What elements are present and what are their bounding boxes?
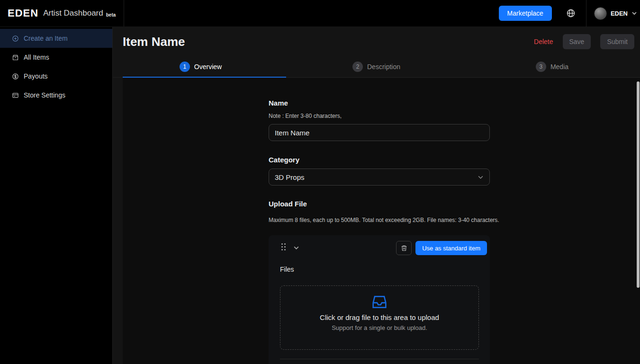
- upload-heading: Upload File: [269, 200, 307, 208]
- step-label: Media: [550, 63, 568, 71]
- beta-badge: beta: [106, 12, 116, 18]
- delete-button[interactable]: Delete: [534, 38, 553, 45]
- user-name: EDEN: [611, 10, 628, 17]
- category-selected-value: 3D Props: [275, 173, 305, 181]
- item-name-input[interactable]: [269, 124, 490, 141]
- logo-zone: EDEN Artist Dashboard beta: [0, 0, 124, 27]
- step-tabs: 1 Overview 2 Description 3 Media: [113, 56, 640, 78]
- upload-note: Maximum 8 files, each up to 500MB. Total…: [269, 217, 499, 223]
- inbox-icon: [370, 293, 389, 311]
- chevron-down-icon: [478, 174, 484, 180]
- dollar-circle-icon: [12, 73, 19, 80]
- step-number-badge: 1: [180, 62, 190, 72]
- section-divider: [280, 359, 479, 359]
- name-note: Note : Enter 3-80 characters,: [269, 113, 342, 119]
- dropzone-hint: Support for a single or bulk upload.: [280, 324, 478, 331]
- sidebar-item-label: All Items: [24, 53, 49, 61]
- drag-handle-icon[interactable]: [281, 243, 286, 250]
- chevron-down-icon: [631, 10, 637, 16]
- use-as-standard-item-button[interactable]: Use as standard item: [415, 241, 487, 255]
- globe-icon[interactable]: [566, 9, 576, 18]
- tab-description[interactable]: 2 Description: [288, 56, 464, 77]
- upload-card-actions: Use as standard item: [396, 241, 487, 255]
- step-number-badge: 3: [536, 62, 546, 72]
- save-button[interactable]: Save: [563, 34, 591, 49]
- tab-overview[interactable]: 1 Overview: [113, 56, 288, 77]
- page-title: Item Name: [123, 35, 185, 49]
- sidebar-item-label: Store Settings: [24, 91, 65, 99]
- file-dropzone[interactable]: Click or drag file to this area to uploa…: [280, 285, 479, 350]
- upload-card: Use as standard item Files Click or drag…: [269, 235, 490, 364]
- user-menu[interactable]: EDEN: [594, 7, 640, 20]
- trash-button[interactable]: [396, 241, 412, 255]
- sidebar: Create an Item All Items Payouts Store S…: [0, 27, 113, 364]
- brand-logo: EDEN: [8, 7, 38, 19]
- top-bar: EDEN Artist Dashboard beta Marketplace E…: [0, 0, 640, 27]
- dropzone-title: Click or drag file to this area to uploa…: [280, 313, 478, 321]
- name-heading: Name: [269, 99, 288, 107]
- page-header: Item Name Delete Save Submit: [113, 27, 640, 56]
- plus-circle-icon: [12, 35, 19, 42]
- category-heading: Category: [269, 156, 299, 164]
- app-title: Artist Dashboard: [43, 9, 103, 18]
- app-window: EDEN Artist Dashboard beta Marketplace E…: [0, 0, 640, 364]
- tab-media[interactable]: 3 Media: [464, 56, 640, 77]
- form-panel: Name Note : Enter 3-80 characters, Categ…: [123, 78, 640, 364]
- submit-button[interactable]: Submit: [600, 34, 634, 49]
- header-actions: Marketplace EDEN: [499, 0, 640, 27]
- category-select[interactable]: 3D Props: [269, 169, 490, 186]
- sidebar-item-payouts[interactable]: Payouts: [0, 67, 112, 86]
- files-label: Files: [280, 266, 294, 273]
- page-actions: Delete Save Submit: [534, 34, 634, 49]
- step-label: Overview: [194, 63, 222, 71]
- step-number-badge: 2: [352, 62, 363, 72]
- sidebar-item-create-item[interactable]: Create an Item: [0, 29, 112, 48]
- avatar[interactable]: [594, 7, 607, 20]
- marketplace-button[interactable]: Marketplace: [499, 6, 552, 21]
- store-card-icon: [12, 92, 19, 99]
- sidebar-item-label: Create an Item: [24, 35, 68, 42]
- sidebar-item-store-settings[interactable]: Store Settings: [0, 86, 112, 105]
- header-divider: [586, 0, 586, 27]
- sidebar-item-all-items[interactable]: All Items: [0, 48, 112, 67]
- collapse-chevron-icon[interactable]: [293, 245, 299, 251]
- sidebar-item-label: Payouts: [24, 72, 48, 80]
- step-label: Description: [367, 63, 400, 71]
- active-tab-underline: [123, 77, 286, 78]
- main-area: Item Name Delete Save Submit 1 Overview …: [113, 27, 640, 364]
- box-icon: [12, 54, 19, 61]
- scrollbar-thumb[interactable]: [637, 81, 640, 288]
- trash-icon: [401, 245, 407, 251]
